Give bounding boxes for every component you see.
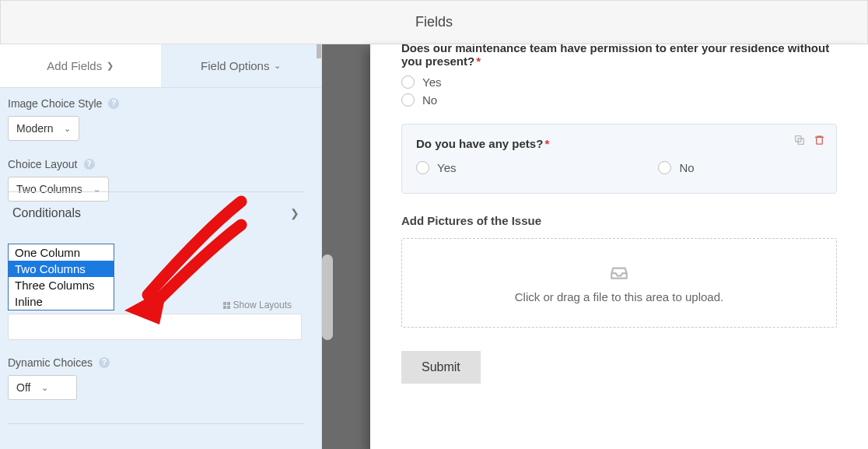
choice-layout-dropdown: One Column Two Columns Three Columns Inl… bbox=[8, 244, 114, 310]
required-asterisk: * bbox=[476, 54, 481, 68]
choice-layout-option-one-column[interactable]: One Column bbox=[9, 244, 114, 261]
main-area: Add Fields ❯ Field Options ⌄ Image Choic… bbox=[0, 44, 868, 449]
grid-icon bbox=[223, 302, 230, 309]
radio-icon bbox=[401, 93, 415, 107]
pets-option-yes[interactable]: Yes bbox=[416, 161, 456, 174]
show-layouts-button[interactable]: Show Layouts bbox=[223, 300, 292, 310]
chevron-right-icon: ❯ bbox=[290, 207, 299, 219]
dynamic-choices-group: Dynamic Choices ? Off ⌄ bbox=[8, 356, 304, 424]
question-pets-text: Do you have any pets? bbox=[416, 137, 543, 150]
required-asterisk: * bbox=[544, 137, 549, 150]
permission-option-no-label: No bbox=[422, 93, 437, 107]
help-icon[interactable]: ? bbox=[84, 159, 95, 170]
duplicate-icon[interactable] bbox=[793, 134, 806, 149]
question-pets[interactable]: Do you have any pets?* Yes No bbox=[401, 124, 837, 194]
page-header: Fields bbox=[0, 0, 868, 44]
chevron-down-icon: ⌄ bbox=[41, 383, 48, 393]
sidebar-scrollbar[interactable] bbox=[317, 44, 321, 58]
svg-rect-3 bbox=[817, 137, 823, 144]
choice-layout-option-two-columns[interactable]: Two Columns bbox=[9, 261, 114, 277]
inbox-icon bbox=[607, 262, 632, 282]
tab-add-fields[interactable]: Add Fields ❯ bbox=[0, 44, 161, 87]
chevron-right-icon: ❯ bbox=[107, 61, 114, 71]
dynamic-choices-value: Off bbox=[16, 381, 30, 394]
permission-option-yes[interactable]: Yes bbox=[401, 75, 837, 89]
pets-option-no-label: No bbox=[679, 161, 694, 174]
dynamic-choices-label: Dynamic Choices ? bbox=[8, 356, 304, 369]
image-choice-style-group: Image Choice Style ? Modern ⌄ bbox=[8, 97, 313, 141]
preview-scrollbar[interactable] bbox=[322, 254, 333, 340]
text-input[interactable] bbox=[8, 314, 302, 340]
page-title: Fields bbox=[415, 14, 453, 30]
show-layouts-label: Show Layouts bbox=[233, 300, 292, 310]
image-choice-style-label: Image Choice Style ? bbox=[8, 97, 313, 110]
choice-layout-option-inline[interactable]: Inline bbox=[9, 293, 114, 310]
permission-option-no[interactable]: No bbox=[401, 93, 837, 107]
sidebar: Add Fields ❯ Field Options ⌄ Image Choic… bbox=[0, 44, 322, 449]
field-actions bbox=[793, 134, 825, 149]
question-permission-label: Does our maintenance team have permissio… bbox=[401, 44, 837, 68]
pets-options-row: Yes No bbox=[416, 161, 822, 179]
divider bbox=[8, 423, 304, 424]
image-choice-style-value: Modern bbox=[16, 122, 53, 135]
conditionals-label: Conditionals bbox=[12, 206, 81, 220]
question-permission: Does our maintenance team have permissio… bbox=[401, 44, 837, 107]
sidebar-body: Image Choice Style ? Modern ⌄ Choice Lay… bbox=[0, 88, 321, 248]
tab-field-options-label: Field Options bbox=[201, 59, 269, 72]
permission-option-yes-label: Yes bbox=[422, 75, 441, 89]
form-preview-area: Does our maintenance team have permissio… bbox=[322, 44, 868, 449]
pets-option-yes-label: Yes bbox=[437, 161, 456, 174]
tab-field-options[interactable]: Field Options ⌄ bbox=[161, 44, 322, 87]
dynamic-choices-select[interactable]: Off ⌄ bbox=[8, 375, 77, 400]
conditionals-section[interactable]: Conditionals ❯ bbox=[8, 191, 304, 234]
question-pets-label: Do you have any pets?* bbox=[416, 137, 822, 150]
radio-icon bbox=[658, 161, 671, 174]
question-pictures-label: Add Pictures of the Issue bbox=[401, 214, 837, 227]
chevron-down-icon: ⌄ bbox=[64, 124, 71, 134]
choice-layout-label: Choice Layout ? bbox=[8, 158, 313, 170]
choice-layout-option-three-columns[interactable]: Three Columns bbox=[9, 277, 114, 293]
radio-icon bbox=[401, 75, 415, 89]
sidebar-tabs: Add Fields ❯ Field Options ⌄ bbox=[0, 44, 321, 88]
choice-layout-label-text: Choice Layout bbox=[8, 158, 78, 170]
question-permission-text: Does our maintenance team have permissio… bbox=[401, 44, 829, 68]
form-preview: Does our maintenance team have permissio… bbox=[370, 44, 868, 449]
image-choice-style-select[interactable]: Modern ⌄ bbox=[8, 116, 79, 141]
trash-icon[interactable] bbox=[814, 134, 825, 149]
file-upload-dropzone[interactable]: Click or drag a file to this area to upl… bbox=[401, 238, 837, 328]
pets-option-no[interactable]: No bbox=[658, 161, 694, 174]
image-choice-style-label-text: Image Choice Style bbox=[8, 97, 102, 110]
help-icon[interactable]: ? bbox=[108, 98, 119, 109]
help-icon[interactable]: ? bbox=[99, 357, 110, 368]
chevron-down-icon: ⌄ bbox=[274, 61, 281, 71]
radio-icon bbox=[416, 161, 429, 174]
submit-button[interactable]: Submit bbox=[401, 351, 481, 384]
question-pictures: Add Pictures of the Issue Click or drag … bbox=[401, 214, 837, 328]
dropzone-text: Click or drag a file to this area to upl… bbox=[515, 290, 723, 303]
tab-add-fields-label: Add Fields bbox=[47, 59, 102, 72]
dynamic-choices-label-text: Dynamic Choices bbox=[8, 356, 93, 369]
